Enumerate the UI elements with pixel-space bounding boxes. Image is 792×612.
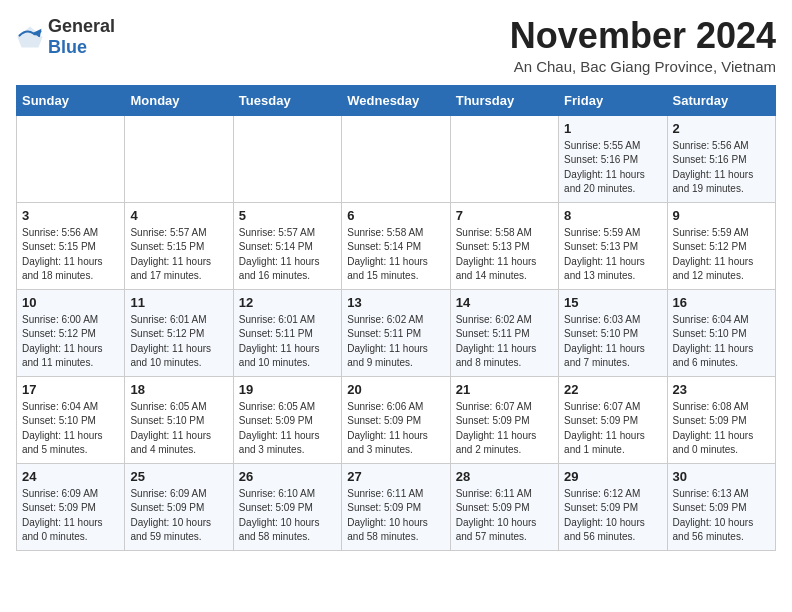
day-number: 27: [347, 469, 444, 484]
day-cell: 28Sunrise: 6:11 AM Sunset: 5:09 PM Dayli…: [450, 463, 558, 550]
day-cell: [17, 115, 125, 202]
day-cell: 25Sunrise: 6:09 AM Sunset: 5:09 PM Dayli…: [125, 463, 233, 550]
week-row-2: 3Sunrise: 5:56 AM Sunset: 5:15 PM Daylig…: [17, 202, 776, 289]
day-info: Sunrise: 6:06 AM Sunset: 5:09 PM Dayligh…: [347, 400, 444, 458]
day-number: 6: [347, 208, 444, 223]
week-row-3: 10Sunrise: 6:00 AM Sunset: 5:12 PM Dayli…: [17, 289, 776, 376]
week-row-4: 17Sunrise: 6:04 AM Sunset: 5:10 PM Dayli…: [17, 376, 776, 463]
day-info: Sunrise: 5:55 AM Sunset: 5:16 PM Dayligh…: [564, 139, 661, 197]
day-cell: 22Sunrise: 6:07 AM Sunset: 5:09 PM Dayli…: [559, 376, 667, 463]
day-cell: 5Sunrise: 5:57 AM Sunset: 5:14 PM Daylig…: [233, 202, 341, 289]
weekday-header-row: SundayMondayTuesdayWednesdayThursdayFrid…: [17, 85, 776, 115]
day-info: Sunrise: 5:56 AM Sunset: 5:15 PM Dayligh…: [22, 226, 119, 284]
day-info: Sunrise: 6:07 AM Sunset: 5:09 PM Dayligh…: [456, 400, 553, 458]
weekday-header-thursday: Thursday: [450, 85, 558, 115]
day-cell: 8Sunrise: 5:59 AM Sunset: 5:13 PM Daylig…: [559, 202, 667, 289]
logo-icon: [16, 23, 44, 51]
day-cell: 30Sunrise: 6:13 AM Sunset: 5:09 PM Dayli…: [667, 463, 775, 550]
day-info: Sunrise: 6:08 AM Sunset: 5:09 PM Dayligh…: [673, 400, 770, 458]
weekday-header-monday: Monday: [125, 85, 233, 115]
day-number: 1: [564, 121, 661, 136]
day-info: Sunrise: 5:57 AM Sunset: 5:14 PM Dayligh…: [239, 226, 336, 284]
day-info: Sunrise: 5:56 AM Sunset: 5:16 PM Dayligh…: [673, 139, 770, 197]
calendar-table: SundayMondayTuesdayWednesdayThursdayFrid…: [16, 85, 776, 551]
day-number: 19: [239, 382, 336, 397]
day-cell: 11Sunrise: 6:01 AM Sunset: 5:12 PM Dayli…: [125, 289, 233, 376]
day-cell: 9Sunrise: 5:59 AM Sunset: 5:12 PM Daylig…: [667, 202, 775, 289]
day-number: 22: [564, 382, 661, 397]
day-info: Sunrise: 5:59 AM Sunset: 5:12 PM Dayligh…: [673, 226, 770, 284]
day-cell: 1Sunrise: 5:55 AM Sunset: 5:16 PM Daylig…: [559, 115, 667, 202]
day-number: 15: [564, 295, 661, 310]
day-number: 13: [347, 295, 444, 310]
day-number: 25: [130, 469, 227, 484]
day-number: 24: [22, 469, 119, 484]
day-info: Sunrise: 6:05 AM Sunset: 5:09 PM Dayligh…: [239, 400, 336, 458]
day-info: Sunrise: 6:02 AM Sunset: 5:11 PM Dayligh…: [456, 313, 553, 371]
day-cell: 3Sunrise: 5:56 AM Sunset: 5:15 PM Daylig…: [17, 202, 125, 289]
weekday-header-saturday: Saturday: [667, 85, 775, 115]
day-number: 16: [673, 295, 770, 310]
day-info: Sunrise: 5:59 AM Sunset: 5:13 PM Dayligh…: [564, 226, 661, 284]
day-cell: 7Sunrise: 5:58 AM Sunset: 5:13 PM Daylig…: [450, 202, 558, 289]
day-cell: 20Sunrise: 6:06 AM Sunset: 5:09 PM Dayli…: [342, 376, 450, 463]
day-info: Sunrise: 6:05 AM Sunset: 5:10 PM Dayligh…: [130, 400, 227, 458]
day-cell: 21Sunrise: 6:07 AM Sunset: 5:09 PM Dayli…: [450, 376, 558, 463]
day-number: 10: [22, 295, 119, 310]
day-cell: 23Sunrise: 6:08 AM Sunset: 5:09 PM Dayli…: [667, 376, 775, 463]
day-cell: 2Sunrise: 5:56 AM Sunset: 5:16 PM Daylig…: [667, 115, 775, 202]
day-number: 21: [456, 382, 553, 397]
day-info: Sunrise: 6:11 AM Sunset: 5:09 PM Dayligh…: [456, 487, 553, 545]
day-info: Sunrise: 6:02 AM Sunset: 5:11 PM Dayligh…: [347, 313, 444, 371]
day-cell: 18Sunrise: 6:05 AM Sunset: 5:10 PM Dayli…: [125, 376, 233, 463]
day-cell: [450, 115, 558, 202]
day-number: 8: [564, 208, 661, 223]
day-info: Sunrise: 6:11 AM Sunset: 5:09 PM Dayligh…: [347, 487, 444, 545]
day-number: 30: [673, 469, 770, 484]
day-cell: 14Sunrise: 6:02 AM Sunset: 5:11 PM Dayli…: [450, 289, 558, 376]
weekday-header-wednesday: Wednesday: [342, 85, 450, 115]
day-info: Sunrise: 6:13 AM Sunset: 5:09 PM Dayligh…: [673, 487, 770, 545]
day-number: 7: [456, 208, 553, 223]
logo-text: General Blue: [48, 16, 115, 58]
location-title: An Chau, Bac Giang Province, Vietnam: [510, 58, 776, 75]
day-number: 5: [239, 208, 336, 223]
month-title: November 2024: [510, 16, 776, 56]
day-cell: 26Sunrise: 6:10 AM Sunset: 5:09 PM Dayli…: [233, 463, 341, 550]
day-info: Sunrise: 6:10 AM Sunset: 5:09 PM Dayligh…: [239, 487, 336, 545]
day-info: Sunrise: 6:04 AM Sunset: 5:10 PM Dayligh…: [22, 400, 119, 458]
day-number: 17: [22, 382, 119, 397]
day-number: 3: [22, 208, 119, 223]
day-info: Sunrise: 6:00 AM Sunset: 5:12 PM Dayligh…: [22, 313, 119, 371]
day-cell: [125, 115, 233, 202]
day-cell: 13Sunrise: 6:02 AM Sunset: 5:11 PM Dayli…: [342, 289, 450, 376]
day-cell: 12Sunrise: 6:01 AM Sunset: 5:11 PM Dayli…: [233, 289, 341, 376]
day-info: Sunrise: 6:07 AM Sunset: 5:09 PM Dayligh…: [564, 400, 661, 458]
day-number: 2: [673, 121, 770, 136]
day-cell: 29Sunrise: 6:12 AM Sunset: 5:09 PM Dayli…: [559, 463, 667, 550]
day-number: 26: [239, 469, 336, 484]
title-section: November 2024 An Chau, Bac Giang Provinc…: [510, 16, 776, 75]
day-number: 12: [239, 295, 336, 310]
day-cell: [233, 115, 341, 202]
day-number: 23: [673, 382, 770, 397]
logo: General Blue: [16, 16, 115, 58]
day-info: Sunrise: 5:57 AM Sunset: 5:15 PM Dayligh…: [130, 226, 227, 284]
day-number: 28: [456, 469, 553, 484]
day-cell: 16Sunrise: 6:04 AM Sunset: 5:10 PM Dayli…: [667, 289, 775, 376]
weekday-header-friday: Friday: [559, 85, 667, 115]
day-info: Sunrise: 5:58 AM Sunset: 5:14 PM Dayligh…: [347, 226, 444, 284]
week-row-1: 1Sunrise: 5:55 AM Sunset: 5:16 PM Daylig…: [17, 115, 776, 202]
weekday-header-tuesday: Tuesday: [233, 85, 341, 115]
day-cell: [342, 115, 450, 202]
header: General Blue November 2024 An Chau, Bac …: [16, 16, 776, 75]
day-number: 20: [347, 382, 444, 397]
day-number: 18: [130, 382, 227, 397]
day-info: Sunrise: 6:03 AM Sunset: 5:10 PM Dayligh…: [564, 313, 661, 371]
day-cell: 24Sunrise: 6:09 AM Sunset: 5:09 PM Dayli…: [17, 463, 125, 550]
day-cell: 17Sunrise: 6:04 AM Sunset: 5:10 PM Dayli…: [17, 376, 125, 463]
day-info: Sunrise: 5:58 AM Sunset: 5:13 PM Dayligh…: [456, 226, 553, 284]
day-number: 14: [456, 295, 553, 310]
day-cell: 10Sunrise: 6:00 AM Sunset: 5:12 PM Dayli…: [17, 289, 125, 376]
day-cell: 27Sunrise: 6:11 AM Sunset: 5:09 PM Dayli…: [342, 463, 450, 550]
